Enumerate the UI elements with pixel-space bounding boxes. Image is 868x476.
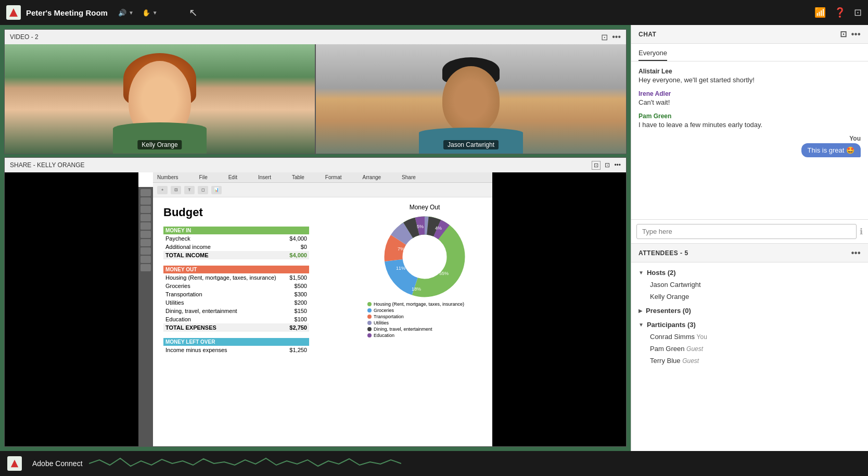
audio-control[interactable]: 🔊 ▼ <box>118 9 134 17</box>
audio-caret: ▼ <box>129 10 134 16</box>
chat-section-header: CHAT ⊡ ••• <box>631 25 868 44</box>
attendees-more-icon[interactable]: ••• <box>851 248 861 258</box>
attendee-terry: Terry Blue Guest <box>631 355 868 367</box>
msg-alistair: Hey everyone, we'll get started shortly! <box>639 76 861 84</box>
jason-name-tag: Jason Cartwright <box>443 140 499 149</box>
meeting-title: Peter's Meeting Room <box>26 8 108 17</box>
attendees-section-header: ATTENDEES - 5 ••• <box>631 244 868 262</box>
top-controls: 🔊 ▼ ✋ ▼ <box>118 9 158 17</box>
chart-legend: Housing (Rent, mortgage, taxes, insuranc… <box>367 302 482 338</box>
toolbar-btn-5[interactable]: 📊 <box>211 186 222 194</box>
share-panel-header: SHARE - KELLY ORANGE ⊡ ⊡ ••• <box>5 158 626 172</box>
mac-icon-6 <box>141 231 151 238</box>
presenters-group-header[interactable]: ▶ Presenters (0) <box>631 305 868 317</box>
right-panel: CHAT ⊡ ••• Everyone Alistair Lee Hey eve… <box>631 25 868 451</box>
sender-irene: Irene Adler <box>639 90 861 97</box>
share-panel-content: Numbers File Edit Insert Table Format Ar… <box>5 172 626 446</box>
participants-group-header[interactable]: ▼ Participants (3) <box>631 319 868 331</box>
hand-control[interactable]: ✋ ▼ <box>142 9 158 17</box>
video-fit-icon[interactable]: ⊡ <box>601 32 608 42</box>
mac-icon-3 <box>141 206 151 213</box>
share-panel: SHARE - KELLY ORANGE ⊡ ⊡ ••• <box>4 157 627 447</box>
video-more-icon[interactable]: ••• <box>612 32 621 42</box>
money-in-label: MONEY IN <box>163 227 309 234</box>
share-more-icon[interactable]: ••• <box>614 161 621 169</box>
cursor-icon: ↖ <box>189 6 198 19</box>
doc-file-menu: File <box>199 174 208 180</box>
svg-marker-14 <box>11 460 18 467</box>
mac-icon-2 <box>141 197 151 205</box>
attendees-label: ATTENDEES - 5 <box>639 249 688 257</box>
participants-expand-icon: ▼ <box>639 322 644 328</box>
doc-edit-menu: Edit <box>228 174 237 180</box>
money-out-label: MONEY OUT <box>163 266 309 273</box>
app-logo <box>6 5 21 20</box>
chat-tabs: Everyone <box>631 44 868 61</box>
chat-input[interactable] <box>636 224 857 239</box>
mac-icon-1 <box>141 189 151 196</box>
share-fullscreen-icon[interactable]: ⊡ <box>592 161 601 170</box>
svg-text:4%: 4% <box>435 226 442 231</box>
sender-pam: Pam Green <box>639 112 861 120</box>
svg-text:18%: 18% <box>412 286 421 292</box>
chart-title: Money Out <box>367 204 482 211</box>
video-panel-label: VIDEO - 2 <box>10 33 39 41</box>
send-icon[interactable]: ℹ <box>860 227 863 236</box>
chat-more-icon[interactable]: ••• <box>851 30 861 39</box>
fullscreen-icon[interactable]: ⊡ <box>854 7 862 18</box>
sender-alistair: Alistair Lee <box>639 68 861 75</box>
chat-section: CHAT ⊡ ••• Everyone Alistair Lee Hey eve… <box>631 25 868 244</box>
toolbar-btn-4[interactable]: ◻ <box>198 186 208 194</box>
toolbar-btn-3[interactable]: T <box>184 186 195 194</box>
attendee-conrad: Conrad Simms You <box>631 331 868 343</box>
main-layout: VIDEO - 2 ⊡ ••• Kelly Orange <box>0 25 868 451</box>
mac-sidebar <box>138 187 153 446</box>
mac-icon-7 <box>141 239 151 246</box>
chat-share-icon[interactable]: ⊡ <box>840 29 847 39</box>
attendee-group-participants: ▼ Participants (3) Conrad Simms You Pam … <box>631 319 868 367</box>
hand-icon: ✋ <box>142 9 150 17</box>
toolbar-btn-2[interactable]: ⊡ <box>171 186 181 194</box>
money-left-label: MONEY LEFT OVER <box>163 338 309 346</box>
chat-tab-everyone[interactable]: Everyone <box>639 47 667 61</box>
toolbar-btn-1[interactable]: + <box>157 186 168 194</box>
msg-pam: I have to leave a few minutes early toda… <box>639 121 861 129</box>
sender-self: You <box>849 135 861 142</box>
help-icon[interactable]: ❓ <box>834 7 846 18</box>
attendee-pam: Pam Green Guest <box>631 343 868 355</box>
hosts-group-header[interactable]: ▼ Hosts (2) <box>631 267 868 279</box>
top-bar: Peter's Meeting Room 🔊 ▼ ✋ ▼ ↖ 📶 ❓ ⊡ <box>0 0 868 25</box>
hosts-expand-icon: ▼ <box>639 270 644 275</box>
video-panel-header: VIDEO - 2 ⊡ ••• <box>5 30 626 44</box>
hosts-group-label: Hosts (2) <box>647 269 676 277</box>
mac-icon-8 <box>141 247 151 255</box>
hand-caret: ▼ <box>152 10 158 16</box>
chat-message-pam: Pam Green I have to leave a few minutes … <box>639 112 861 129</box>
money-left-table: MONEY LEFT OVER Income minus expenses$1,… <box>163 338 309 354</box>
wave-area <box>89 456 861 471</box>
video-cell-kelly: Kelly Orange <box>5 44 315 154</box>
msg-irene: Can't wait! <box>639 98 861 106</box>
money-out-table: MONEY OUT Housing (Rent, mortgage, taxes… <box>163 266 309 332</box>
doc-body: Budget MONEY IN Paycheck$4,000 Additiona… <box>153 197 492 369</box>
doc-insert-menu: Insert <box>258 174 271 180</box>
donut-chart-svg: 55% 18% 11% 7% 5% 4% <box>383 215 466 298</box>
svg-text:11%: 11% <box>396 266 405 271</box>
attendee-group-hosts: ▼ Hosts (2) Jason Cartwright Kelly Orang… <box>631 267 868 303</box>
doc-table-menu: Table <box>292 174 304 180</box>
bottom-app-name: Adobe Connect <box>32 459 83 468</box>
kelly-name-tag: Kelly Orange <box>137 140 182 149</box>
signal-icon: 📶 <box>814 7 826 18</box>
participants-group-label: Participants (3) <box>647 321 696 329</box>
attendee-jason: Jason Cartwright <box>631 279 868 291</box>
share-panel-label: SHARE - KELLY ORANGE <box>10 161 85 169</box>
attendees-header-controls: ••• <box>851 248 861 258</box>
top-right-icons: 📶 ❓ ⊡ <box>814 7 862 18</box>
attendee-kelly: Kelly Orange <box>631 291 868 303</box>
video-panel: VIDEO - 2 ⊡ ••• Kelly Orange <box>4 29 627 154</box>
attendees-list: ▼ Hosts (2) Jason Cartwright Kelly Orang… <box>631 262 868 451</box>
share-fit-icon[interactable]: ⊡ <box>605 161 610 169</box>
svg-text:5%: 5% <box>417 224 424 229</box>
mac-icon-10 <box>141 264 151 271</box>
doc-numbers-menu: Numbers <box>157 174 178 180</box>
